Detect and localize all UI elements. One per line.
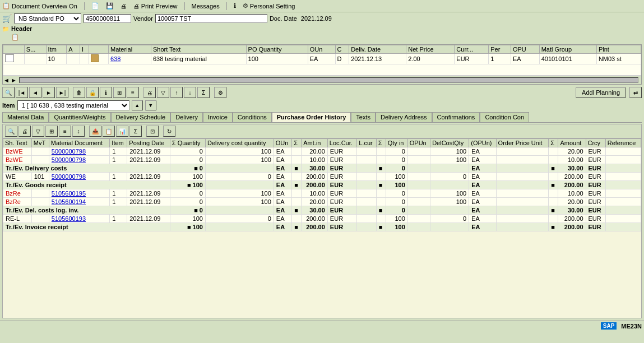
tab-delivery-address[interactable]: Delivery Address bbox=[376, 112, 432, 122]
cell-deliv-date: 2021.12.13 bbox=[349, 54, 406, 64]
delete-btn[interactable]: 🗑 bbox=[73, 87, 85, 98]
tab-condition-con[interactable]: Condition Con bbox=[480, 112, 529, 122]
history-section: 🔍 🖨 ▽ ⊞ ≡ ↕ 📤 📋 📊 Σ ⊡ ↻ Sh. Text MvT bbox=[2, 124, 642, 318]
item-section: Item 1 [ 10 638 , 638 testing material ▲… bbox=[0, 99, 644, 124]
addl-planning-button[interactable]: Addl Planning bbox=[576, 87, 626, 98]
tab-delivery-schedule[interactable]: Delivery Schedule bbox=[111, 112, 171, 122]
col-loc-cur: Loc.Cur. bbox=[327, 139, 356, 147]
table-btn[interactable]: ⊞ bbox=[113, 87, 126, 98]
hist-filter-btn[interactable]: ▽ bbox=[32, 126, 44, 137]
messages-button[interactable]: Messages bbox=[192, 3, 220, 10]
hist-col-btn[interactable]: ⊞ bbox=[45, 126, 58, 137]
cell-s3: ■ bbox=[549, 181, 558, 189]
config-btn[interactable]: ⚙ bbox=[214, 87, 226, 98]
info-btn[interactable]: ℹ bbox=[100, 87, 112, 98]
nav-down-button[interactable]: ▼ bbox=[145, 100, 156, 110]
separator-1 bbox=[84, 2, 85, 10]
header-collapse-icon[interactable]: 📁 bbox=[2, 26, 9, 32]
hist-graph-btn[interactable]: 📊 bbox=[116, 126, 128, 137]
cell-mat-doc: 5000000798 bbox=[49, 156, 110, 164]
cell-post-date: 2021.12.09 bbox=[127, 189, 170, 198]
tab-material-data[interactable]: Material Data bbox=[2, 112, 49, 122]
tab-purchase-order-history[interactable]: Purchase Order History bbox=[272, 112, 351, 122]
cell-s2 bbox=[376, 173, 386, 181]
col-curr: Curr... bbox=[455, 45, 489, 54]
tab-confirmations[interactable]: Confirmations bbox=[432, 112, 480, 122]
document-overview-toggle[interactable]: 📋 Document Overview On bbox=[2, 2, 77, 10]
cell-opu2 bbox=[496, 173, 549, 181]
cell-lcur bbox=[357, 215, 376, 223]
tab-texts[interactable]: Texts bbox=[351, 112, 376, 122]
top-toolbar: 📋 Document Overview On 📄 💾 🖨 🖨 Print Pre… bbox=[0, 0, 644, 12]
prev-btn[interactable]: ◄ bbox=[29, 87, 41, 98]
cell-s1: ■ bbox=[292, 206, 302, 215]
print-preview-button[interactable]: 🖨 Print Preview bbox=[133, 3, 178, 10]
po-header-row: 🛒 NB Standard PO Vendor Doc. Date 2021.1… bbox=[2, 13, 642, 24]
detail-btn[interactable]: ≡ bbox=[127, 87, 139, 98]
cell-material[interactable]: 638 bbox=[109, 54, 151, 64]
history-table-header: Sh. Text MvT Material Document Item Post… bbox=[3, 139, 641, 147]
nav-up-button[interactable]: ▲ bbox=[132, 100, 143, 110]
cell-sh-text: BzWE bbox=[3, 147, 32, 156]
cell-amount: 200.00 bbox=[558, 181, 586, 189]
cell-crcy: EUR bbox=[586, 147, 605, 156]
hist-refresh-btn[interactable]: ↻ bbox=[163, 126, 175, 137]
cell-oun: EA bbox=[308, 54, 335, 64]
cell-loc: EUR bbox=[327, 198, 356, 206]
find-btn[interactable]: 🔍 bbox=[2, 87, 15, 98]
personal-setting-button[interactable]: ⚙ Personal Setting bbox=[243, 2, 295, 10]
cell-dcos2 bbox=[430, 164, 469, 173]
info-button[interactable]: ℹ bbox=[234, 2, 236, 10]
first-btn[interactable]: |◄ bbox=[16, 87, 28, 98]
cell-short-text: 638 testing material bbox=[151, 54, 246, 64]
sort-desc-btn[interactable]: ↓ bbox=[184, 87, 196, 98]
po-type-selector[interactable]: NB Standard PO bbox=[14, 13, 81, 24]
cell-qtyopun: 100 bbox=[386, 181, 407, 189]
col-mat-doc: Material Document bbox=[49, 139, 110, 147]
tab-invoice[interactable]: Invoice bbox=[203, 112, 233, 122]
transfer-btn[interactable]: ⇄ bbox=[629, 87, 642, 98]
last-btn[interactable]: ►| bbox=[56, 87, 68, 98]
sort-asc-btn[interactable]: ↑ bbox=[170, 87, 183, 98]
cell-lcur bbox=[357, 198, 376, 206]
cell-del-cost: 100 bbox=[205, 189, 274, 198]
cell-mvt bbox=[31, 215, 49, 223]
cell-crcy: EUR bbox=[586, 164, 605, 173]
hist-row-btn[interactable]: ≡ bbox=[59, 126, 71, 137]
table-row[interactable]: 10 638 638 testing material 100 EA D 202… bbox=[3, 54, 641, 64]
tab-delivery[interactable]: Delivery bbox=[170, 112, 203, 122]
new-button[interactable]: 📄 bbox=[91, 2, 99, 10]
print-button[interactable]: 🖨 bbox=[121, 3, 127, 10]
save-button[interactable]: 💾 bbox=[106, 2, 114, 10]
scroll-right-icon[interactable]: ► bbox=[11, 77, 17, 84]
hist-detail-btn[interactable]: 📋 bbox=[103, 126, 115, 137]
next-btn[interactable]: ► bbox=[43, 87, 55, 98]
cell-s2 bbox=[376, 189, 386, 198]
hist-print-btn[interactable]: 🖨 bbox=[18, 126, 31, 137]
hist-export-btn[interactable]: 📤 bbox=[89, 126, 101, 137]
tab-quantities-weights[interactable]: Quantities/Weights bbox=[49, 112, 110, 122]
hist-sum-btn[interactable]: Σ bbox=[129, 126, 142, 137]
scroll-left-icon[interactable]: ◄ bbox=[3, 77, 10, 84]
filter-btn[interactable]: ▽ bbox=[157, 87, 169, 98]
cell-dcos2: 100 bbox=[430, 147, 469, 156]
hist-sort-btn[interactable]: ↕ bbox=[72, 126, 85, 137]
cell-sh-text: Tr./Ev. Goods receipt bbox=[3, 181, 170, 189]
cell-opun2: EA bbox=[469, 198, 496, 206]
cell-opu2 bbox=[496, 189, 549, 198]
hist-find-btn[interactable]: 🔍 bbox=[5, 126, 17, 137]
lock-btn[interactable]: 🔒 bbox=[86, 87, 99, 98]
po-number-field[interactable] bbox=[84, 14, 131, 23]
vendor-field[interactable] bbox=[155, 14, 267, 23]
cell-opu2 bbox=[496, 223, 549, 231]
col-opun: OPUn bbox=[407, 139, 430, 147]
hist-table-view-btn[interactable]: ⊡ bbox=[146, 126, 159, 137]
cell-sh-text: RE-L bbox=[3, 215, 32, 223]
tab-conditions[interactable]: Conditions bbox=[233, 112, 272, 122]
sum-btn[interactable]: Σ bbox=[197, 87, 210, 98]
subtotal-row-delivery-costs: Tr./Ev. Delivery costs ■ 0 EA ■ 30.00 EU… bbox=[3, 164, 641, 173]
cell-amt: 200.00 bbox=[302, 173, 328, 181]
cell-mvt: 101 bbox=[31, 173, 49, 181]
item-selector[interactable]: 1 [ 10 638 , 638 testing material bbox=[17, 100, 129, 110]
print-btn[interactable]: 🖨 bbox=[143, 87, 156, 98]
